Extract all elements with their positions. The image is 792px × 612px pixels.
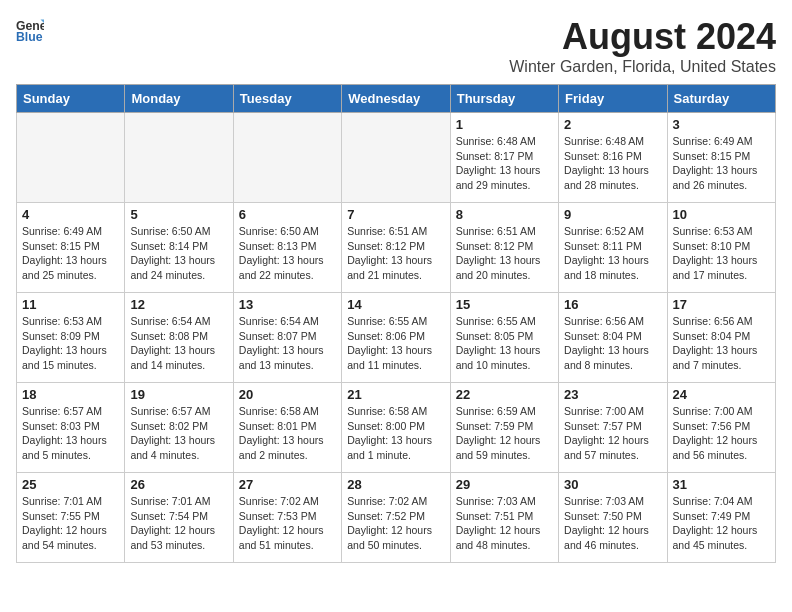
day-info: Sunrise: 6:55 AMSunset: 8:05 PMDaylight:… (456, 314, 553, 373)
day-info: Sunrise: 6:56 AMSunset: 8:04 PMDaylight:… (564, 314, 661, 373)
day-info: Sunrise: 7:01 AMSunset: 7:55 PMDaylight:… (22, 494, 119, 553)
day-info: Sunrise: 6:54 AMSunset: 8:07 PMDaylight:… (239, 314, 336, 373)
calendar-cell (233, 113, 341, 203)
calendar-cell: 5Sunrise: 6:50 AMSunset: 8:14 PMDaylight… (125, 203, 233, 293)
day-number: 24 (673, 387, 770, 402)
day-number: 22 (456, 387, 553, 402)
calendar-cell: 14Sunrise: 6:55 AMSunset: 8:06 PMDayligh… (342, 293, 450, 383)
day-number: 21 (347, 387, 444, 402)
day-info: Sunrise: 6:55 AMSunset: 8:06 PMDaylight:… (347, 314, 444, 373)
day-info: Sunrise: 6:49 AMSunset: 8:15 PMDaylight:… (22, 224, 119, 283)
weekday-header-monday: Monday (125, 85, 233, 113)
calendar-week-1: 1Sunrise: 6:48 AMSunset: 8:17 PMDaylight… (17, 113, 776, 203)
calendar-cell: 29Sunrise: 7:03 AMSunset: 7:51 PMDayligh… (450, 473, 558, 563)
calendar-cell (17, 113, 125, 203)
title-area: August 2024 Winter Garden, Florida, Unit… (509, 16, 776, 76)
page-subtitle: Winter Garden, Florida, United States (509, 58, 776, 76)
calendar-cell: 9Sunrise: 6:52 AMSunset: 8:11 PMDaylight… (559, 203, 667, 293)
page-title: August 2024 (509, 16, 776, 58)
day-info: Sunrise: 7:03 AMSunset: 7:51 PMDaylight:… (456, 494, 553, 553)
day-number: 19 (130, 387, 227, 402)
day-number: 29 (456, 477, 553, 492)
day-number: 5 (130, 207, 227, 222)
day-number: 6 (239, 207, 336, 222)
calendar-cell (125, 113, 233, 203)
calendar-cell: 15Sunrise: 6:55 AMSunset: 8:05 PMDayligh… (450, 293, 558, 383)
calendar-cell (342, 113, 450, 203)
day-number: 9 (564, 207, 661, 222)
calendar-header-row: SundayMondayTuesdayWednesdayThursdayFrid… (17, 85, 776, 113)
day-number: 30 (564, 477, 661, 492)
day-info: Sunrise: 7:04 AMSunset: 7:49 PMDaylight:… (673, 494, 770, 553)
day-number: 13 (239, 297, 336, 312)
calendar-cell: 17Sunrise: 6:56 AMSunset: 8:04 PMDayligh… (667, 293, 775, 383)
day-info: Sunrise: 6:48 AMSunset: 8:16 PMDaylight:… (564, 134, 661, 193)
calendar-cell: 6Sunrise: 6:50 AMSunset: 8:13 PMDaylight… (233, 203, 341, 293)
svg-text:Blue: Blue (16, 30, 43, 44)
weekday-header-saturday: Saturday (667, 85, 775, 113)
day-number: 20 (239, 387, 336, 402)
calendar-cell: 22Sunrise: 6:59 AMSunset: 7:59 PMDayligh… (450, 383, 558, 473)
calendar-table: SundayMondayTuesdayWednesdayThursdayFrid… (16, 84, 776, 563)
calendar-cell: 21Sunrise: 6:58 AMSunset: 8:00 PMDayligh… (342, 383, 450, 473)
day-number: 17 (673, 297, 770, 312)
calendar-week-5: 25Sunrise: 7:01 AMSunset: 7:55 PMDayligh… (17, 473, 776, 563)
calendar-cell: 23Sunrise: 7:00 AMSunset: 7:57 PMDayligh… (559, 383, 667, 473)
day-number: 27 (239, 477, 336, 492)
day-number: 11 (22, 297, 119, 312)
day-number: 7 (347, 207, 444, 222)
day-info: Sunrise: 6:56 AMSunset: 8:04 PMDaylight:… (673, 314, 770, 373)
calendar-week-3: 11Sunrise: 6:53 AMSunset: 8:09 PMDayligh… (17, 293, 776, 383)
day-info: Sunrise: 6:52 AMSunset: 8:11 PMDaylight:… (564, 224, 661, 283)
calendar-cell: 8Sunrise: 6:51 AMSunset: 8:12 PMDaylight… (450, 203, 558, 293)
calendar-cell: 19Sunrise: 6:57 AMSunset: 8:02 PMDayligh… (125, 383, 233, 473)
day-number: 3 (673, 117, 770, 132)
calendar-cell: 24Sunrise: 7:00 AMSunset: 7:56 PMDayligh… (667, 383, 775, 473)
day-number: 8 (456, 207, 553, 222)
calendar-cell: 13Sunrise: 6:54 AMSunset: 8:07 PMDayligh… (233, 293, 341, 383)
day-info: Sunrise: 6:53 AMSunset: 8:10 PMDaylight:… (673, 224, 770, 283)
day-number: 15 (456, 297, 553, 312)
calendar-cell: 31Sunrise: 7:04 AMSunset: 7:49 PMDayligh… (667, 473, 775, 563)
day-number: 2 (564, 117, 661, 132)
page-header: General Blue August 2024 Winter Garden, … (16, 16, 776, 76)
logo: General Blue (16, 16, 44, 44)
day-number: 12 (130, 297, 227, 312)
calendar-cell: 26Sunrise: 7:01 AMSunset: 7:54 PMDayligh… (125, 473, 233, 563)
calendar-week-4: 18Sunrise: 6:57 AMSunset: 8:03 PMDayligh… (17, 383, 776, 473)
calendar-cell: 3Sunrise: 6:49 AMSunset: 8:15 PMDaylight… (667, 113, 775, 203)
calendar-week-2: 4Sunrise: 6:49 AMSunset: 8:15 PMDaylight… (17, 203, 776, 293)
day-info: Sunrise: 6:48 AMSunset: 8:17 PMDaylight:… (456, 134, 553, 193)
day-info: Sunrise: 7:03 AMSunset: 7:50 PMDaylight:… (564, 494, 661, 553)
calendar-cell: 25Sunrise: 7:01 AMSunset: 7:55 PMDayligh… (17, 473, 125, 563)
calendar-cell: 20Sunrise: 6:58 AMSunset: 8:01 PMDayligh… (233, 383, 341, 473)
day-number: 31 (673, 477, 770, 492)
day-info: Sunrise: 6:58 AMSunset: 8:01 PMDaylight:… (239, 404, 336, 463)
calendar-cell: 28Sunrise: 7:02 AMSunset: 7:52 PMDayligh… (342, 473, 450, 563)
day-number: 1 (456, 117, 553, 132)
calendar-cell: 18Sunrise: 6:57 AMSunset: 8:03 PMDayligh… (17, 383, 125, 473)
day-info: Sunrise: 7:00 AMSunset: 7:57 PMDaylight:… (564, 404, 661, 463)
weekday-header-wednesday: Wednesday (342, 85, 450, 113)
logo-icon: General Blue (16, 16, 44, 44)
day-info: Sunrise: 6:57 AMSunset: 8:02 PMDaylight:… (130, 404, 227, 463)
day-number: 14 (347, 297, 444, 312)
weekday-header-thursday: Thursday (450, 85, 558, 113)
day-info: Sunrise: 6:49 AMSunset: 8:15 PMDaylight:… (673, 134, 770, 193)
day-number: 10 (673, 207, 770, 222)
day-info: Sunrise: 6:57 AMSunset: 8:03 PMDaylight:… (22, 404, 119, 463)
day-number: 28 (347, 477, 444, 492)
day-info: Sunrise: 7:02 AMSunset: 7:53 PMDaylight:… (239, 494, 336, 553)
day-number: 23 (564, 387, 661, 402)
day-info: Sunrise: 6:50 AMSunset: 8:14 PMDaylight:… (130, 224, 227, 283)
day-info: Sunrise: 7:00 AMSunset: 7:56 PMDaylight:… (673, 404, 770, 463)
day-info: Sunrise: 6:53 AMSunset: 8:09 PMDaylight:… (22, 314, 119, 373)
calendar-cell: 4Sunrise: 6:49 AMSunset: 8:15 PMDaylight… (17, 203, 125, 293)
day-info: Sunrise: 6:58 AMSunset: 8:00 PMDaylight:… (347, 404, 444, 463)
day-info: Sunrise: 6:50 AMSunset: 8:13 PMDaylight:… (239, 224, 336, 283)
day-info: Sunrise: 6:51 AMSunset: 8:12 PMDaylight:… (347, 224, 444, 283)
calendar-cell: 16Sunrise: 6:56 AMSunset: 8:04 PMDayligh… (559, 293, 667, 383)
day-info: Sunrise: 7:01 AMSunset: 7:54 PMDaylight:… (130, 494, 227, 553)
day-info: Sunrise: 6:59 AMSunset: 7:59 PMDaylight:… (456, 404, 553, 463)
weekday-header-sunday: Sunday (17, 85, 125, 113)
